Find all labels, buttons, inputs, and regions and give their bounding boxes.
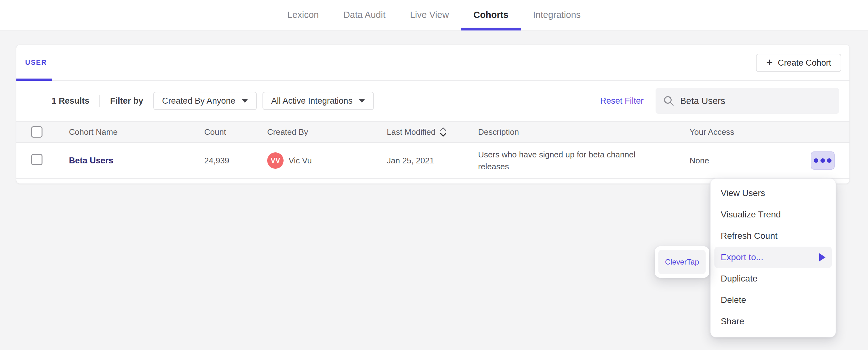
last-modified-label: Last Modified — [387, 127, 436, 137]
search-box[interactable] — [656, 88, 839, 114]
filter-bar-right: Reset Filter — [600, 88, 839, 114]
cohort-description: Users who have signed up for beta channe… — [478, 149, 651, 173]
submenu-item-clevertap[interactable]: CleverTap — [658, 250, 706, 274]
created-by-dropdown[interactable]: Created By Anyone — [153, 92, 257, 110]
more-icon — [814, 159, 818, 163]
integrations-dropdown-value: All Active Integrations — [271, 96, 352, 106]
export-submenu: CleverTap — [655, 246, 709, 278]
column-header-your-access: Your Access — [689, 127, 781, 137]
column-header-created-by: Created By — [267, 127, 387, 137]
active-tab-underline — [17, 78, 52, 81]
menu-item-duplicate[interactable]: Duplicate — [714, 268, 832, 289]
row-actions-button[interactable] — [811, 151, 835, 170]
submenu-arrow-icon — [819, 253, 826, 261]
search-icon — [663, 95, 675, 106]
menu-item-view-users[interactable]: View Users — [714, 182, 832, 204]
created-by-cell: VV Vic Vu — [267, 152, 387, 169]
nav-tab-integrations[interactable]: Integrations — [533, 0, 581, 30]
chevron-down-icon — [359, 99, 365, 103]
table-row: Beta Users 24,939 VV Vic Vu Jan 25, 2021… — [17, 143, 849, 179]
chevron-down-icon — [242, 99, 248, 103]
last-modified-value: Jan 25, 2021 — [387, 156, 478, 166]
nav-tab-lexicon[interactable]: Lexicon — [287, 0, 319, 30]
reset-filter-link[interactable]: Reset Filter — [600, 96, 644, 106]
select-all-checkbox[interactable] — [31, 126, 42, 138]
nav-tab-live-view[interactable]: Live View — [410, 0, 449, 30]
menu-item-share[interactable]: Share — [714, 311, 832, 332]
divider — [99, 95, 100, 107]
create-cohort-label: Create Cohort — [778, 58, 831, 68]
filter-bar: 1 Results Filter by Created By Anyone Al… — [17, 81, 849, 121]
integrations-dropdown[interactable]: All Active Integrations — [262, 92, 374, 110]
column-header-description: Description — [478, 127, 689, 137]
plus-icon: + — [766, 57, 773, 68]
create-cohort-button[interactable]: + Create Cohort — [756, 54, 841, 72]
menu-item-refresh-count[interactable]: Refresh Count — [714, 225, 832, 247]
created-by-name: Vic Vu — [288, 156, 312, 166]
sort-icon[interactable] — [439, 127, 447, 137]
column-header-count: Count — [204, 127, 267, 137]
tab-user[interactable]: USER — [25, 59, 47, 67]
export-to-label: Export to... — [721, 252, 763, 262]
column-header-cohort-name: Cohort Name — [69, 127, 204, 137]
cohort-count: 24,939 — [204, 156, 267, 166]
column-header-last-modified[interactable]: Last Modified — [387, 127, 478, 137]
filter-by-label: Filter by — [110, 96, 143, 106]
table-header: Cohort Name Count Created By Last Modifi… — [17, 121, 849, 143]
top-navigation-bar: Lexicon Data Audit Live View Cohorts Int… — [0, 0, 868, 31]
menu-item-delete[interactable]: Delete — [714, 289, 832, 311]
results-count: 1 Results — [52, 96, 89, 106]
menu-item-visualize-trend[interactable]: Visualize Trend — [714, 204, 832, 225]
row-checkbox[interactable] — [31, 154, 42, 165]
nav-tab-data-audit[interactable]: Data Audit — [343, 0, 385, 30]
your-access-value: None — [689, 156, 781, 166]
cohorts-panel: USER + Create Cohort 1 Results Filter by… — [16, 45, 850, 184]
menu-item-export-to[interactable]: Export to... — [714, 247, 832, 268]
nav-tab-cohorts[interactable]: Cohorts — [473, 0, 508, 30]
row-actions-menu: View Users Visualize Trend Refresh Count… — [710, 178, 836, 338]
cohort-name-link[interactable]: Beta Users — [69, 156, 204, 166]
avatar: VV — [267, 152, 284, 169]
search-input[interactable] — [680, 96, 832, 106]
created-by-dropdown-value: Created By Anyone — [162, 96, 236, 106]
cohort-type-tabs: USER + Create Cohort — [17, 45, 849, 81]
